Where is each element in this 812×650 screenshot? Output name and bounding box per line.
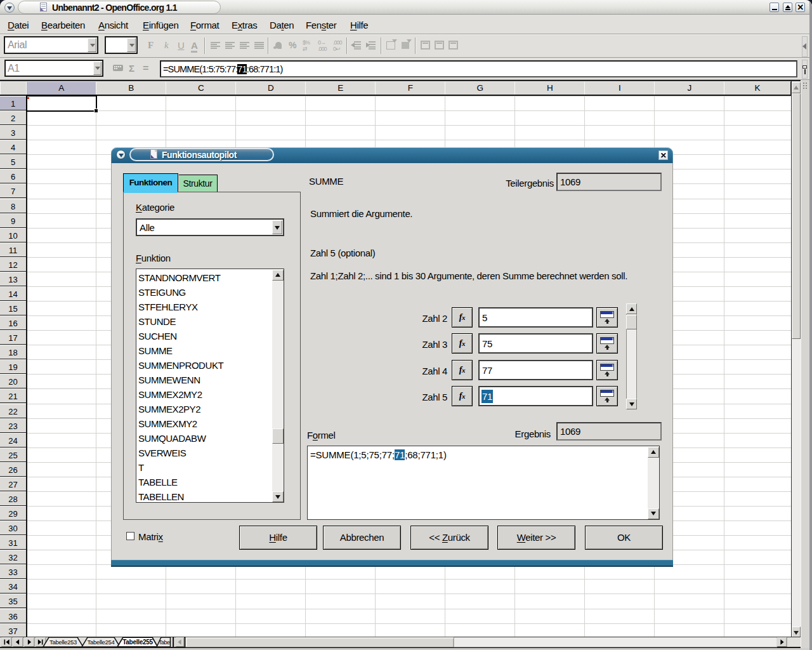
- svg-text:Tabelle253: Tabelle253: [49, 639, 77, 646]
- svg-text:Tabelle: Tabelle: [159, 639, 175, 646]
- svg-text:Tabelle254: Tabelle254: [88, 639, 115, 646]
- svg-text:Tabelle255: Tabelle255: [122, 639, 153, 646]
